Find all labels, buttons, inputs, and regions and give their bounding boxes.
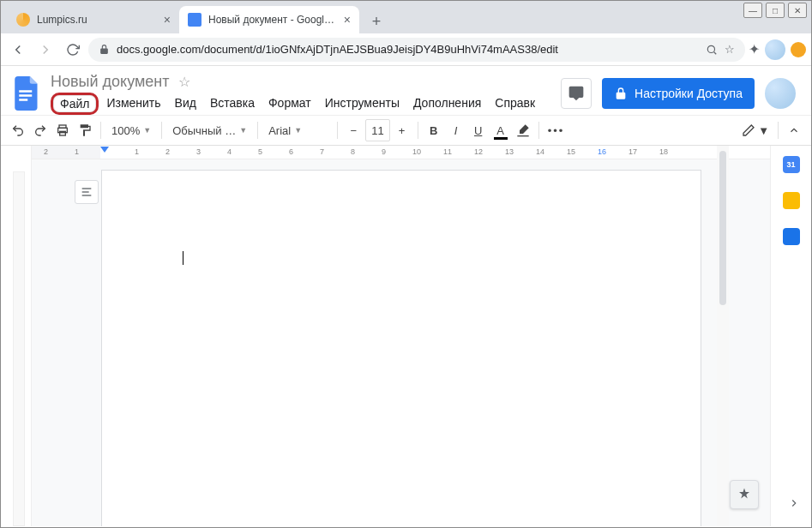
italic-button[interactable]: I [446, 119, 466, 141]
tab-title: Новый документ - Google Доку [208, 14, 337, 26]
star-icon[interactable]: ☆ [178, 74, 190, 90]
window-controls: — □ ✕ [743, 3, 807, 18]
extension-icon[interactable] [791, 42, 806, 57]
highlight-color-button[interactable] [513, 119, 533, 141]
editing-mode-button[interactable]: ▼ [738, 119, 773, 141]
reload-button[interactable] [61, 38, 85, 62]
menu-insert[interactable]: Вставка [204, 93, 261, 115]
svg-rect-3 [19, 99, 27, 101]
menu-file[interactable]: Файл [51, 93, 99, 115]
more-toolbar-button[interactable]: ••• [544, 119, 568, 141]
browser-tabstrip: Lumpics.ru × Новый документ - Google Док… [1, 1, 811, 33]
browser-toolbar: docs.google.com/document/d/1ioGNfxAjDTjn… [1, 33, 811, 66]
favicon-icon [188, 13, 201, 27]
font-size-input[interactable]: 11 [365, 119, 389, 141]
vertical-scrollbar[interactable] [717, 146, 729, 526]
extensions-icon[interactable]: ✦ [749, 41, 760, 57]
close-window-button[interactable]: ✕ [788, 3, 807, 18]
url-text: docs.google.com/document/d/1ioGNfxAjDTjn… [117, 43, 699, 56]
share-button[interactable]: Настройки Доступа [602, 78, 755, 109]
keep-addon-icon[interactable] [783, 192, 800, 209]
font-size-decrease[interactable]: − [343, 119, 364, 141]
calendar-addon-icon[interactable] [783, 156, 800, 173]
browser-tab-lumpics[interactable]: Lumpics.ru × [8, 6, 179, 33]
close-tab-icon[interactable]: × [164, 13, 171, 27]
menu-tools[interactable]: Инструменты [319, 93, 406, 115]
bookmark-star-icon[interactable]: ☆ [725, 43, 735, 56]
menu-format[interactable]: Формат [262, 93, 317, 115]
editor-area: 2 1 1 2 3 4 5 6 7 8 9 10 11 12 13 14 15 … [1, 146, 811, 526]
docs-logo-icon[interactable] [11, 73, 42, 114]
paragraph-style-select[interactable]: Обычный …▼ [167, 119, 252, 141]
zoom-select[interactable]: 100%▼ [106, 119, 156, 141]
menu-help[interactable]: Справк [489, 93, 541, 115]
comments-button[interactable] [561, 78, 592, 109]
vertical-ruler [1, 146, 32, 526]
svg-point-0 [707, 45, 714, 52]
browser-tab-docs[interactable]: Новый документ - Google Доку × [179, 6, 359, 33]
extensions-area: ✦ [749, 39, 806, 60]
docs-header: Новый документ ☆ Файл Изменить Вид Встав… [1, 66, 811, 115]
address-bar[interactable]: docs.google.com/document/d/1ioGNfxAjDTjn… [88, 38, 745, 62]
close-tab-icon[interactable]: × [344, 13, 351, 27]
hide-menus-button[interactable] [784, 119, 804, 141]
indent-marker-icon[interactable] [100, 147, 109, 155]
underline-button[interactable]: U [468, 119, 489, 141]
text-cursor [183, 251, 183, 265]
menu-view[interactable]: Вид [169, 93, 202, 115]
lock-icon [99, 44, 110, 55]
profile-avatar-icon[interactable] [765, 39, 785, 60]
back-button[interactable] [6, 38, 30, 62]
font-size-increase[interactable]: + [392, 119, 412, 141]
explore-button[interactable] [730, 480, 759, 509]
print-button[interactable] [52, 119, 73, 141]
svg-rect-2 [19, 94, 32, 97]
document-title[interactable]: Новый документ [51, 73, 170, 91]
tab-title: Lumpics.ru [37, 14, 157, 26]
document-outline-button[interactable] [75, 180, 99, 204]
bold-button[interactable]: B [424, 119, 444, 141]
text-color-button[interactable]: A [490, 119, 511, 141]
maximize-button[interactable]: □ [766, 3, 785, 18]
account-avatar[interactable] [765, 78, 796, 109]
scrollbar-thumb[interactable] [719, 151, 726, 305]
favicon-icon [16, 13, 30, 27]
redo-button[interactable] [30, 119, 51, 141]
menu-edit[interactable]: Изменить [100, 93, 166, 115]
paint-format-button[interactable] [75, 119, 95, 141]
search-in-page-icon[interactable] [706, 44, 718, 56]
menu-addons[interactable]: Дополнения [407, 93, 487, 115]
font-select[interactable]: Arial▼ [263, 119, 332, 141]
formatting-toolbar: 100%▼ Обычный …▼ Arial▼ − 11 + B I U A •… [1, 115, 811, 146]
new-tab-button[interactable]: + [364, 9, 388, 33]
page-canvas-scroll[interactable] [32, 159, 770, 526]
share-button-label: Настройки Доступа [635, 87, 743, 100]
horizontal-ruler[interactable]: 2 1 1 2 3 4 5 6 7 8 9 10 11 12 13 14 15 … [32, 146, 770, 159]
undo-button[interactable] [8, 119, 28, 141]
minimize-button[interactable]: — [743, 3, 762, 18]
svg-rect-1 [19, 90, 32, 93]
tasks-addon-icon[interactable] [783, 228, 800, 245]
menubar: Файл Изменить Вид Вставка Формат Инструм… [51, 93, 552, 115]
side-panel [770, 146, 811, 526]
side-panel-toggle[interactable] [788, 497, 800, 509]
document-page[interactable] [101, 170, 701, 526]
forward-button[interactable] [33, 38, 57, 62]
